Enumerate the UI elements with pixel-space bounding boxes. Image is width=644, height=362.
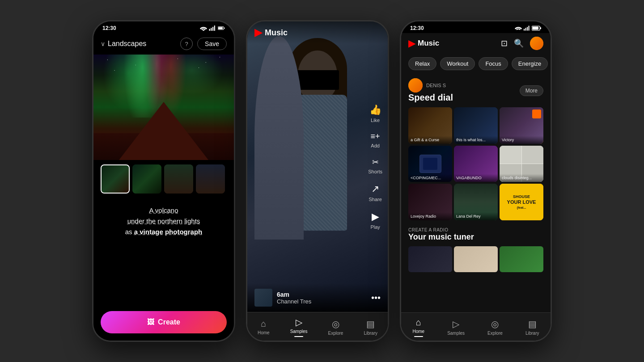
shorts-icon: ✂ bbox=[372, 157, 379, 167]
svg-rect-6 bbox=[218, 27, 223, 29]
thumbnail-2[interactable] bbox=[132, 164, 161, 194]
nav-explore-2[interactable]: ◎ Explore bbox=[328, 319, 343, 336]
yt-music-logo-phone3: ▶ Music bbox=[408, 38, 439, 49]
card-clouds[interactable]: clouds disinteg... bbox=[500, 146, 543, 182]
yt-music-logo-phone2: ▶ Music bbox=[254, 27, 288, 38]
video-area[interactable]: ▶ Music 👍 Like ≡+ Add ✂ bbox=[247, 21, 388, 312]
status-bar-1: 12:30 bbox=[93, 21, 234, 33]
svg-rect-9 bbox=[527, 27, 528, 30]
card-clouds-label: clouds disinteg... bbox=[502, 176, 541, 180]
radio-sub-label: CREATE A RADIO bbox=[408, 227, 543, 232]
like-action[interactable]: 👍 Like bbox=[369, 104, 381, 123]
nav-bar-3: ⌂ Home ▷ Samples ◎ Explore ▤ Library bbox=[401, 312, 551, 341]
status-time-3: 12:30 bbox=[410, 25, 424, 31]
more-button-3[interactable]: More bbox=[520, 85, 543, 96]
mood-pill-energize[interactable]: Energize bbox=[512, 57, 548, 70]
thumbnails bbox=[93, 160, 234, 198]
nav-home-3[interactable]: ⌂ Home bbox=[412, 317, 424, 337]
samples-label-3: Samples bbox=[447, 331, 465, 336]
user-avatar-header[interactable] bbox=[530, 37, 543, 50]
status-icons-3 bbox=[515, 25, 542, 31]
svg-rect-13 bbox=[532, 27, 538, 29]
add-action[interactable]: ≡+ Add bbox=[371, 132, 380, 148]
card-what[interactable]: this is what los... bbox=[454, 107, 498, 144]
thumbnail-3[interactable] bbox=[164, 164, 193, 194]
music-text: Music bbox=[265, 28, 288, 38]
explore-icon-3: ◎ bbox=[491, 319, 499, 329]
card-lana[interactable]: Lana Del Rey bbox=[454, 184, 498, 220]
card-gift[interactable]: a Gift & a Curse bbox=[408, 107, 452, 144]
radio-section: CREATE A RADIO Your music tuner bbox=[401, 223, 551, 244]
help-button[interactable]: ? bbox=[180, 38, 193, 50]
main-image bbox=[93, 55, 234, 160]
play-label: Play bbox=[370, 224, 380, 230]
svg-rect-5 bbox=[224, 28, 225, 29]
username: DENIS S bbox=[426, 83, 446, 88]
card-shouse[interactable]: SHOUSEYOUR LOVE(feat... bbox=[500, 184, 543, 220]
video-bottom: 6am Channel Tres ••• bbox=[247, 283, 388, 312]
play-action[interactable]: ▶ Play bbox=[370, 211, 380, 230]
nav-samples-3[interactable]: ▷ Samples bbox=[447, 319, 465, 336]
category-label: Landscapes bbox=[108, 40, 146, 48]
battery-icon bbox=[218, 25, 225, 31]
more-button[interactable]: ••• bbox=[371, 293, 381, 303]
section-title: Speed dial bbox=[408, 93, 453, 103]
samples-icon-3: ▷ bbox=[453, 319, 459, 329]
song-info: 6am Channel Tres bbox=[277, 291, 367, 305]
mood-pill-relax[interactable]: Relax bbox=[408, 57, 436, 70]
status-icons-1 bbox=[200, 25, 225, 31]
svg-rect-12 bbox=[540, 27, 541, 29]
phone3-header: ▶ Music ⊡ 🔍 bbox=[401, 33, 551, 54]
create-icon: 🖼 bbox=[147, 318, 154, 326]
yt-icon-3: ▶ bbox=[408, 38, 415, 49]
mood-pill-workout[interactable]: Workout bbox=[440, 57, 475, 70]
home-icon-2: ⌂ bbox=[261, 319, 266, 329]
explore-icon-2: ◎ bbox=[332, 319, 339, 329]
samples-icon-2: ▷ bbox=[296, 317, 302, 328]
share-action[interactable]: ↗ Share bbox=[369, 183, 381, 202]
chevron-down-icon: ∨ bbox=[101, 40, 105, 47]
nav-explore-3[interactable]: ◎ Explore bbox=[487, 319, 503, 336]
header-icons-3: ⊡ 🔍 bbox=[501, 37, 543, 50]
card-victory[interactable]: Victory bbox=[500, 107, 543, 144]
nav-home-2[interactable]: ⌂ Home bbox=[258, 319, 270, 335]
aurora-background bbox=[93, 55, 234, 160]
thumbnail-4[interactable] bbox=[196, 164, 225, 194]
svg-rect-3 bbox=[214, 25, 215, 31]
cast-icon[interactable]: ⊡ bbox=[501, 38, 508, 48]
nav-samples-2[interactable]: ▷ Samples bbox=[290, 317, 308, 337]
shouse-text: SHOUSEYOUR LOVE(feat... bbox=[507, 194, 536, 210]
shorts-action[interactable]: ✂ Shorts bbox=[368, 157, 382, 174]
nav-library-2[interactable]: ▤ Library bbox=[364, 319, 377, 336]
svg-rect-7 bbox=[524, 29, 525, 30]
svg-rect-10 bbox=[529, 25, 530, 30]
home-icon-3: ⌂ bbox=[416, 317, 421, 328]
battery-icon-3 bbox=[532, 25, 542, 31]
signal-icon bbox=[209, 25, 216, 31]
user-row: DENIS S bbox=[408, 78, 453, 93]
phone-1: 12:30 ∨ Landscapes ? Save bbox=[92, 20, 235, 342]
speed-dial-grid: a Gift & a Curse this is what los... bbox=[401, 105, 551, 223]
card-coping[interactable]: <COPINGMEC... bbox=[408, 146, 452, 182]
prompt-line1: A volcano bbox=[149, 206, 178, 214]
scroll-content[interactable]: DENIS S Speed dial More a Gift & a Curse bbox=[401, 74, 551, 312]
prompt-line3-main: a vintage photograph bbox=[134, 228, 203, 236]
radio-thumb-2 bbox=[454, 246, 498, 272]
card-vagabundo[interactable]: VAGABUNDO bbox=[454, 146, 498, 182]
prompt-line3-prefix: as bbox=[125, 228, 134, 236]
card-lovejoy[interactable]: Lovejoy Radio bbox=[408, 184, 452, 220]
mood-pill-focus[interactable]: Focus bbox=[479, 57, 508, 70]
nav-library-3[interactable]: ▤ Library bbox=[525, 319, 539, 336]
victory-icon bbox=[532, 109, 541, 118]
radio-title: Your music tuner bbox=[408, 232, 543, 242]
search-icon-3[interactable]: 🔍 bbox=[514, 38, 524, 48]
card-what-label: this is what los... bbox=[456, 138, 496, 142]
save-button[interactable]: Save bbox=[197, 38, 227, 50]
wifi-icon bbox=[200, 25, 207, 31]
phone1-header: ∨ Landscapes ? Save bbox=[93, 33, 234, 55]
create-button[interactable]: 🖼 Create bbox=[101, 311, 227, 333]
landscapes-title: ∨ Landscapes bbox=[101, 40, 146, 48]
like-icon: 👍 bbox=[369, 104, 381, 116]
thumbnail-1[interactable] bbox=[101, 164, 130, 194]
explore-label-2: Explore bbox=[328, 331, 343, 336]
